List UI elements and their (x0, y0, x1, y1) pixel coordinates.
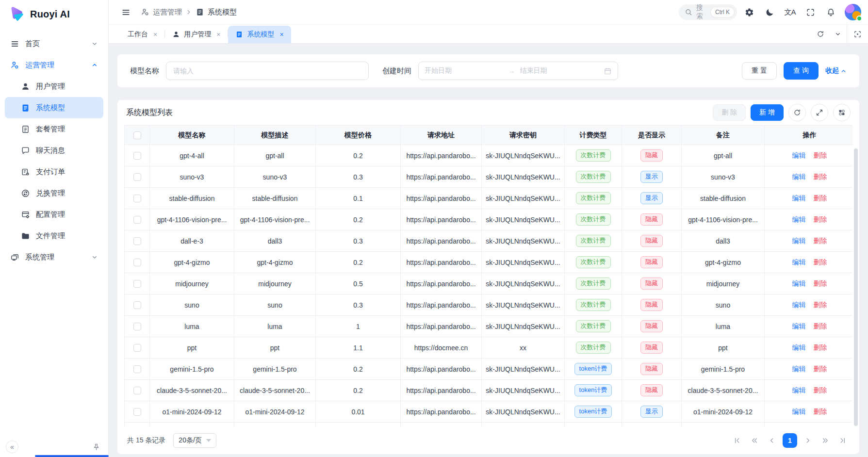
current-page[interactable]: 1 (783, 433, 797, 448)
collapse-filter-link[interactable]: 收起 (825, 66, 847, 75)
table-vertical-scrollbar[interactable] (854, 148, 858, 426)
select-all-checkbox[interactable] (133, 131, 141, 139)
close-icon[interactable]: × (279, 31, 283, 38)
sidebar-item-system[interactable]: 系统管理 (5, 246, 103, 268)
edit-link[interactable]: 编辑 (792, 258, 806, 266)
close-icon[interactable]: × (153, 31, 157, 38)
delete-link[interactable]: 删除 (814, 237, 827, 245)
forward-5-pages-button[interactable] (819, 434, 832, 447)
visibility-tag[interactable]: 隐藏 (640, 235, 663, 246)
delete-link[interactable]: 删除 (814, 301, 827, 309)
page-size-select[interactable]: 20条/页 (173, 433, 216, 448)
tab-users[interactable]: 用户管理 × (165, 26, 228, 43)
logo[interactable]: Ruoyi AI (0, 0, 108, 28)
dark-mode-moon-icon[interactable] (761, 4, 778, 20)
back-5-pages-button[interactable] (748, 434, 761, 447)
delete-link[interactable]: 删除 (814, 215, 827, 223)
row-checkbox[interactable] (133, 323, 141, 330)
columns-icon[interactable] (833, 104, 851, 121)
tab-workbench[interactable]: 工作台 × (120, 26, 164, 43)
model-name-input[interactable] (166, 62, 369, 80)
add-button[interactable]: 新 增 (751, 104, 784, 121)
reset-button[interactable]: 重 置 (742, 62, 777, 80)
sidebar-item-home[interactable]: 首页 (5, 33, 103, 54)
delete-link[interactable]: 删除 (814, 365, 827, 373)
row-checkbox[interactable] (133, 259, 141, 266)
refresh-icon[interactable] (788, 104, 806, 121)
sidebar-item-files[interactable]: 文件管理 (5, 225, 103, 246)
delete-link[interactable]: 删除 (814, 194, 827, 202)
refresh-icon[interactable] (812, 25, 829, 43)
visibility-tag[interactable]: 隐藏 (640, 213, 663, 225)
visibility-tag[interactable]: 显示 (640, 171, 663, 182)
delete-link[interactable]: 删除 (814, 279, 827, 287)
sidebar-item-exchange[interactable]: 兑换管理 (5, 182, 103, 204)
edit-link[interactable]: 编辑 (792, 322, 806, 330)
bell-icon[interactable] (822, 4, 839, 20)
visibility-tag[interactable]: 隐藏 (640, 342, 663, 353)
row-checkbox[interactable] (133, 365, 141, 373)
row-checkbox[interactable] (133, 344, 141, 352)
visibility-tag[interactable]: 隐藏 (640, 277, 663, 289)
global-search[interactable]: 搜索 Ctrl K (679, 4, 737, 20)
edit-link[interactable]: 编辑 (792, 194, 806, 202)
sidebar-item-config[interactable]: 配置管理 (5, 204, 103, 225)
edit-link[interactable]: 编辑 (792, 215, 806, 223)
sidebar-scrollbar[interactable] (35, 455, 109, 457)
visibility-tag[interactable]: 隐藏 (640, 149, 663, 161)
breadcrumb-item[interactable]: 运营管理 (153, 8, 182, 17)
language-icon[interactable]: 文A (782, 4, 798, 20)
sidebar-item-models[interactable]: 系统模型 (5, 97, 103, 118)
edit-link[interactable]: 编辑 (792, 386, 806, 394)
gear-icon[interactable] (741, 4, 757, 20)
delete-link[interactable]: 删除 (814, 173, 827, 180)
hamburger-icon[interactable] (117, 4, 134, 20)
fullscreen-icon[interactable] (802, 4, 819, 20)
edit-link[interactable]: 编辑 (792, 365, 806, 373)
pin-icon[interactable] (92, 443, 100, 451)
last-page-button[interactable] (836, 434, 850, 447)
search-button[interactable]: 查 询 (784, 62, 819, 80)
sidebar-item-operations[interactable]: 运营管理 (5, 54, 103, 76)
sidebar-item-users[interactable]: 用户管理 (5, 76, 103, 97)
delete-link[interactable]: 删除 (814, 408, 827, 415)
sidebar-item-chat[interactable]: 聊天消息 (5, 140, 103, 161)
delete-link[interactable]: 删除 (814, 322, 827, 330)
visibility-tag[interactable]: 隐藏 (640, 320, 663, 332)
visibility-tag[interactable]: 隐藏 (640, 256, 663, 268)
edit-link[interactable]: 编辑 (792, 408, 806, 415)
chevron-down-icon[interactable] (829, 25, 847, 43)
edit-link[interactable]: 编辑 (792, 279, 806, 287)
sidebar-item-packages[interactable]: 套餐管理 (5, 118, 103, 140)
row-checkbox[interactable] (133, 301, 141, 309)
row-checkbox[interactable] (133, 152, 141, 160)
edit-link[interactable]: 编辑 (792, 151, 806, 159)
row-checkbox[interactable] (133, 408, 141, 416)
visibility-tag[interactable]: 显示 (640, 406, 663, 417)
tab-system-models[interactable]: 系统模型 × (228, 26, 291, 43)
row-checkbox[interactable] (133, 216, 141, 224)
edit-link[interactable]: 编辑 (792, 343, 806, 351)
sidebar-item-orders[interactable]: 支付订单 (5, 161, 103, 182)
row-checkbox[interactable] (133, 173, 141, 181)
edit-link[interactable]: 编辑 (792, 301, 806, 309)
delete-link[interactable]: 删除 (814, 386, 827, 394)
close-icon[interactable]: × (216, 31, 220, 38)
row-checkbox[interactable] (133, 237, 141, 245)
content-fullscreen-icon[interactable] (847, 25, 868, 43)
delete-link[interactable]: 删除 (814, 258, 827, 266)
avatar[interactable] (845, 4, 861, 20)
delete-button[interactable]: 删 除 (713, 104, 746, 121)
visibility-tag[interactable]: 隐藏 (640, 363, 663, 375)
date-range-picker[interactable]: 开始日期 → 结束日期 (418, 62, 618, 80)
row-checkbox[interactable] (133, 387, 141, 394)
delete-link[interactable]: 删除 (814, 151, 827, 159)
edit-link[interactable]: 编辑 (792, 237, 806, 245)
prev-page-button[interactable] (765, 434, 779, 447)
first-page-button[interactable] (730, 434, 744, 447)
expand-icon[interactable] (811, 104, 828, 121)
sidebar-collapse-button[interactable]: « (6, 441, 18, 453)
visibility-tag[interactable]: 隐藏 (640, 384, 663, 396)
visibility-tag[interactable]: 显示 (640, 192, 663, 204)
delete-link[interactable]: 删除 (814, 343, 827, 351)
